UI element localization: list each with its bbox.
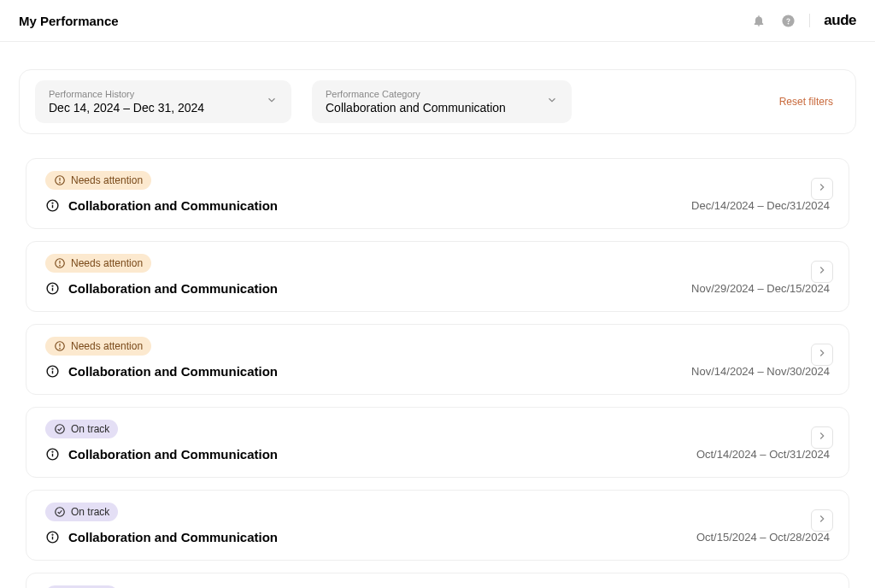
chevron-right-icon	[816, 181, 828, 197]
alert-circle-icon	[54, 174, 66, 186]
status-badge-label: Needs attention	[71, 174, 143, 186]
info-icon[interactable]	[45, 281, 60, 296]
expand-button[interactable]	[811, 426, 833, 449]
card-date-range: Oct/15/2024 – Oct/28/2024	[696, 531, 830, 544]
card-title: Collaboration and Communication	[68, 447, 278, 462]
svg-point-22	[52, 451, 53, 452]
filter-label: Performance History	[49, 89, 204, 99]
svg-point-18	[52, 368, 53, 369]
performance-card: Needs attentionCollaboration and Communi…	[26, 158, 849, 229]
card-date-range: Oct/14/2024 – Oct/31/2024	[696, 448, 830, 461]
expand-button[interactable]	[811, 261, 833, 283]
card-title-wrap: Collaboration and Communication	[45, 198, 278, 213]
filter-performance-category[interactable]: Performance Category Collaboration and C…	[312, 80, 572, 123]
status-badge: Needs attention	[45, 254, 151, 273]
performance-card: On trackCollaboration and CommunicationS…	[26, 573, 849, 588]
info-icon[interactable]	[45, 364, 60, 379]
card-title: Collaboration and Communication	[68, 198, 278, 213]
expand-button[interactable]	[811, 509, 833, 532]
svg-point-12	[52, 285, 53, 286]
performance-card: Needs attentionCollaboration and Communi…	[26, 241, 849, 312]
svg-point-0	[782, 15, 794, 26]
card-title-wrap: Collaboration and Communication	[45, 530, 278, 544]
brand-logo: aude	[824, 12, 856, 29]
filters-panel: Performance History Dec 14, 2024 – Dec 3…	[19, 69, 856, 134]
card-title: Collaboration and Communication	[68, 530, 278, 544]
card-title-wrap: Collaboration and Communication	[45, 447, 278, 462]
status-badge-label: Needs attention	[71, 257, 143, 269]
header-actions: aude	[751, 12, 856, 29]
svg-point-6	[52, 203, 53, 203]
filter-performance-history[interactable]: Performance History Dec 14, 2024 – Dec 3…	[35, 80, 291, 123]
svg-point-3	[60, 182, 61, 183]
card-body: Collaboration and CommunicationOct/14/20…	[45, 447, 830, 462]
notifications-icon[interactable]	[751, 13, 766, 28]
info-icon[interactable]	[45, 447, 60, 462]
card-title-wrap: Collaboration and Communication	[45, 281, 278, 296]
status-badge: On track	[45, 503, 118, 521]
card-body: Collaboration and CommunicationOct/15/20…	[45, 530, 830, 544]
status-badge-label: Needs attention	[71, 340, 143, 352]
card-body: Collaboration and CommunicationDec/14/20…	[45, 198, 830, 213]
card-title-wrap: Collaboration and Communication	[45, 364, 278, 379]
chevron-right-icon	[816, 347, 828, 362]
expand-button[interactable]	[811, 178, 833, 200]
card-body: Collaboration and CommunicationNov/29/20…	[45, 281, 830, 296]
filter-label: Performance Category	[326, 89, 506, 99]
svg-point-15	[60, 348, 61, 349]
reset-filters-link[interactable]: Reset filters	[779, 96, 833, 108]
filter-content: Performance History Dec 14, 2024 – Dec 3…	[49, 89, 204, 115]
main-content: Performance History Dec 14, 2024 – Dec 3…	[0, 42, 875, 588]
svg-point-23	[56, 508, 65, 517]
info-icon[interactable]	[45, 198, 60, 213]
filter-content: Performance Category Collaboration and C…	[326, 89, 506, 115]
app-header: My Performance aude	[0, 0, 875, 42]
performance-card: On trackCollaboration and CommunicationO…	[26, 490, 849, 561]
chevron-right-icon	[816, 264, 828, 279]
performance-card: Needs attentionCollaboration and Communi…	[26, 324, 849, 395]
alert-circle-icon	[54, 340, 66, 352]
chevron-right-icon	[816, 430, 828, 445]
card-date-range: Nov/29/2024 – Dec/15/2024	[691, 282, 830, 295]
help-icon[interactable]	[780, 13, 796, 28]
performance-list: Needs attentionCollaboration and Communi…	[19, 158, 856, 588]
card-body: Collaboration and CommunicationNov/14/20…	[45, 364, 830, 379]
info-icon[interactable]	[45, 530, 60, 544]
chevron-right-icon	[816, 513, 828, 528]
card-title: Collaboration and Communication	[68, 364, 278, 379]
status-badge: On track	[45, 420, 118, 438]
status-badge-label: On track	[71, 423, 109, 435]
check-circle-icon	[54, 506, 66, 518]
filter-value: Dec 14, 2024 – Dec 31, 2024	[49, 101, 204, 115]
page-title: My Performance	[19, 14, 119, 28]
chevron-down-icon	[546, 94, 558, 109]
chevron-down-icon	[266, 94, 278, 109]
header-divider	[809, 14, 810, 27]
card-date-range: Nov/14/2024 – Nov/30/2024	[691, 365, 830, 378]
filter-value: Collaboration and Communication	[326, 101, 506, 115]
expand-button[interactable]	[811, 344, 833, 366]
status-badge: Needs attention	[45, 171, 151, 190]
svg-point-19	[56, 425, 65, 434]
status-badge-label: On track	[71, 506, 109, 518]
card-date-range: Dec/14/2024 – Dec/31/2024	[691, 199, 830, 212]
alert-circle-icon	[54, 257, 66, 269]
check-circle-icon	[54, 423, 66, 435]
svg-point-9	[60, 265, 61, 266]
performance-card: On trackCollaboration and CommunicationO…	[26, 407, 849, 478]
status-badge: Needs attention	[45, 337, 151, 356]
card-title: Collaboration and Communication	[68, 281, 278, 296]
svg-point-26	[52, 534, 53, 535]
